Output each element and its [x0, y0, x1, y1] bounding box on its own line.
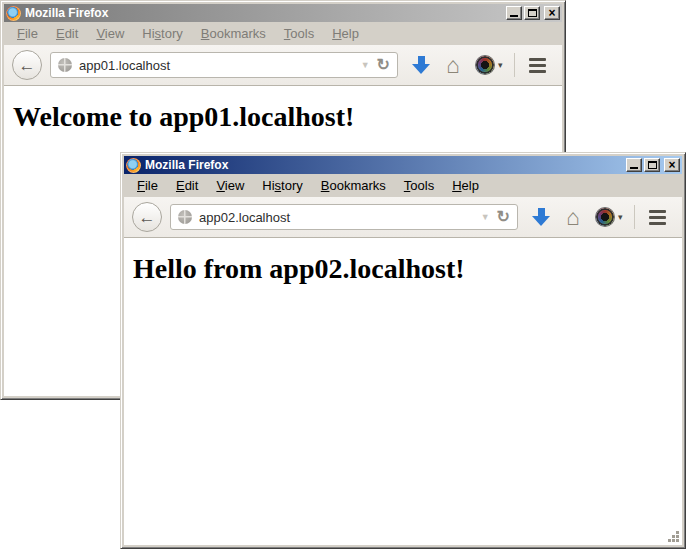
- download-arrowhead-icon: [412, 64, 430, 74]
- maximize-icon: [648, 161, 657, 169]
- close-button[interactable]: ×: [664, 158, 680, 172]
- app-menu-button[interactable]: [527, 56, 548, 75]
- navigation-toolbar: ← app01.localhost ▼ ↻ ⌂ ▾: [4, 45, 562, 86]
- navigation-toolbar: ← app02.localhost ▼ ↻ ⌂ ▾: [124, 197, 682, 238]
- url-text[interactable]: app02.localhost: [199, 210, 474, 225]
- urlbar-dropdown-icon[interactable]: ▼: [361, 61, 370, 70]
- download-icon: [538, 208, 545, 216]
- firefox-icon: [126, 158, 141, 173]
- lens-icon: [596, 208, 614, 226]
- url-bar[interactable]: app02.localhost ▼ ↻: [170, 204, 518, 230]
- resize-grip[interactable]: [666, 529, 681, 544]
- menu-history[interactable]: History: [133, 24, 191, 43]
- menu-bookmarks[interactable]: Bookmarks: [192, 24, 275, 43]
- download-icon: [418, 56, 425, 64]
- firefox-window-app02[interactable]: Mozilla Firefox × File Edit View History…: [120, 152, 686, 549]
- titlebar[interactable]: Mozilla Firefox ×: [124, 156, 682, 174]
- page-content: Hello from app02.localhost!: [124, 238, 682, 545]
- chevron-down-icon: ▾: [618, 213, 623, 222]
- menu-file[interactable]: File: [8, 24, 47, 43]
- hamburger-icon: [649, 216, 666, 219]
- menu-help[interactable]: Help: [443, 176, 488, 195]
- titlebar-buttons: ×: [626, 158, 680, 172]
- menubar: File Edit View History Bookmarks Tools H…: [4, 22, 562, 45]
- globe-icon: [178, 210, 192, 224]
- menu-tools[interactable]: Tools: [395, 176, 443, 195]
- hamburger-icon: [529, 70, 546, 73]
- firefox-icon: [6, 6, 21, 21]
- minimize-button[interactable]: [626, 158, 642, 172]
- menu-view[interactable]: View: [207, 176, 253, 195]
- menu-edit[interactable]: Edit: [47, 24, 87, 43]
- menubar: File Edit View History Bookmarks Tools H…: [124, 174, 682, 197]
- menu-tools[interactable]: Tools: [275, 24, 323, 43]
- hamburger-icon: [649, 222, 666, 225]
- home-button[interactable]: ⌂: [566, 207, 580, 228]
- menu-view[interactable]: View: [87, 24, 133, 43]
- menu-file[interactable]: File: [128, 176, 167, 195]
- download-button[interactable]: [412, 56, 430, 74]
- url-text[interactable]: app01.localhost: [79, 58, 354, 73]
- toolbar-separator: [634, 205, 635, 229]
- window-title: Mozilla Firefox: [145, 159, 622, 171]
- menu-edit[interactable]: Edit: [167, 176, 207, 195]
- titlebar-buttons: ×: [506, 6, 560, 20]
- urlbar-dropdown-icon[interactable]: ▼: [481, 213, 490, 222]
- minimize-icon: [630, 167, 638, 169]
- maximize-button[interactable]: [524, 6, 540, 20]
- menu-history[interactable]: History: [253, 176, 311, 195]
- menu-help[interactable]: Help: [323, 24, 368, 43]
- app-menu-button[interactable]: [647, 208, 668, 227]
- maximize-button[interactable]: [644, 158, 660, 172]
- page-heading: Hello from app02.localhost!: [133, 253, 682, 285]
- hamburger-icon: [529, 58, 546, 61]
- page-heading: Welcome to app01.localhost!: [13, 101, 562, 133]
- chevron-down-icon: ▾: [498, 61, 503, 70]
- reload-button[interactable]: ↻: [377, 57, 390, 73]
- reload-button[interactable]: ↻: [497, 209, 510, 225]
- maximize-icon: [528, 9, 537, 17]
- url-bar[interactable]: app01.localhost ▼ ↻: [50, 52, 398, 78]
- hamburger-icon: [649, 210, 666, 213]
- download-button[interactable]: [532, 208, 550, 226]
- download-arrowhead-icon: [532, 216, 550, 226]
- close-button[interactable]: ×: [544, 6, 560, 20]
- lens-icon: [476, 56, 494, 74]
- globe-icon: [58, 58, 72, 72]
- toolbar-separator: [514, 53, 515, 77]
- back-button[interactable]: ←: [12, 50, 42, 80]
- home-button[interactable]: ⌂: [446, 55, 460, 76]
- minimize-button[interactable]: [506, 6, 522, 20]
- menu-bookmarks[interactable]: Bookmarks: [312, 176, 395, 195]
- titlebar[interactable]: Mozilla Firefox ×: [4, 4, 562, 22]
- minimize-icon: [510, 15, 518, 17]
- hamburger-icon: [529, 64, 546, 67]
- window-title: Mozilla Firefox: [25, 7, 502, 19]
- search-engine-button[interactable]: ▾: [596, 208, 623, 226]
- back-button[interactable]: ←: [132, 202, 162, 232]
- search-engine-button[interactable]: ▾: [476, 56, 503, 74]
